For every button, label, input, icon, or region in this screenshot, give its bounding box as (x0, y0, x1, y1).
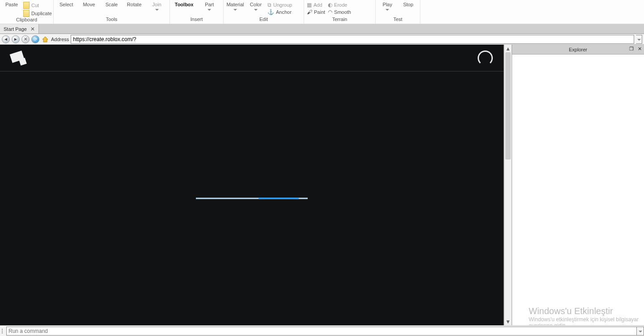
material-label: Material (226, 2, 244, 7)
toolbox-label: Toolbox (175, 2, 194, 7)
clipboard-group-label: Clipboard (3, 17, 51, 24)
ribbon: Paste Cut Duplicate Clipboard Select Mov… (0, 0, 644, 24)
test-group-label: Test (378, 17, 417, 24)
chevron-down-icon (639, 331, 642, 332)
nav-home-button[interactable] (41, 35, 49, 43)
page-body (0, 71, 504, 325)
stop-label: Stop (403, 2, 413, 7)
toolbox-button[interactable]: Toolbox (175, 2, 194, 7)
chevron-down-icon (254, 9, 258, 11)
paint-icon: 🖌 (307, 9, 312, 15)
stop-button[interactable]: Stop (399, 2, 417, 7)
terrain-group-label: Terrain (307, 17, 373, 24)
panel-close-icon[interactable]: ✕ (637, 46, 642, 51)
ribbon-group-terrain: ▦ Add 🖌 Paint ◐ Erode ◠ Smooth Terra (304, 0, 376, 24)
ribbon-group-test: Play Stop Test (376, 0, 420, 24)
paste-button[interactable]: Paste (3, 2, 21, 7)
terrain-paint-label: Paint (314, 9, 325, 15)
anchor-label: Anchor (276, 9, 292, 15)
ungroup-button[interactable]: ⧉ Ungroup (267, 2, 292, 8)
ungroup-icon: ⧉ (267, 2, 271, 8)
close-tab-icon[interactable]: ✕ (30, 26, 35, 32)
play-label: Play (383, 2, 392, 7)
scale-button[interactable]: Scale (102, 2, 120, 7)
duplicate-label: Duplicate (31, 11, 52, 16)
explorer-panel: Explorer ❐ ✕ (512, 45, 644, 325)
ribbon-group-tools: Select Move Scale Rotate Join Tools (54, 0, 170, 24)
cut-label: Cut (31, 3, 39, 8)
add-terrain-icon: ▦ (307, 2, 312, 8)
anchor-button[interactable]: ⚓ Anchor (267, 9, 292, 15)
loading-spinner-icon (478, 50, 493, 66)
part-label: Part (205, 2, 214, 7)
explorer-body (512, 55, 644, 325)
roblox-logo-icon (11, 50, 28, 67)
terrain-erode-button[interactable]: ◐ Erode (328, 2, 351, 8)
scroll-up-icon[interactable]: ▲ (504, 45, 512, 52)
nav-back-button[interactable]: ◄ (2, 35, 10, 43)
chevron-down-icon (155, 9, 159, 11)
edit-group-label: Edit (226, 17, 301, 24)
command-bar-grip-icon[interactable] (2, 327, 4, 335)
duplicate-icon (23, 10, 30, 17)
cut-icon (23, 2, 30, 9)
nav-stop-button[interactable]: ✕ (21, 35, 30, 43)
chevron-down-icon (386, 9, 389, 11)
chevron-down-icon (233, 9, 237, 11)
rotate-label: Rotate (127, 2, 141, 7)
address-label: Address (51, 37, 69, 42)
browser-toolbar: ◄ ► ✕ ⟳ Address (0, 34, 644, 45)
terrain-add-label: Add (314, 2, 322, 8)
viewport (0, 45, 504, 325)
terrain-smooth-button[interactable]: ◠ Smooth (328, 9, 351, 15)
rotate-button[interactable]: Rotate (125, 2, 143, 7)
scroll-track[interactable] (504, 160, 512, 318)
home-icon (42, 36, 49, 43)
command-history-dropdown[interactable] (637, 327, 644, 336)
document-tabbar: Start Page ✕ (0, 24, 644, 34)
join-button[interactable]: Join (148, 2, 166, 11)
color-label: Color (250, 2, 262, 7)
command-input[interactable] (6, 327, 637, 336)
paste-label: Paste (5, 2, 18, 7)
cut-button[interactable]: Cut (23, 2, 52, 9)
main-area: ▲ ▼ Explorer ❐ ✕ (0, 45, 644, 325)
terrain-add-button[interactable]: ▦ Add (307, 2, 325, 8)
select-button[interactable]: Select (57, 2, 75, 7)
nav-forward-button[interactable]: ► (12, 35, 20, 43)
material-button[interactable]: Material (226, 2, 244, 11)
smooth-icon: ◠ (328, 9, 332, 15)
panel-undock-icon[interactable]: ❐ (629, 46, 634, 51)
chevron-down-icon (208, 9, 211, 11)
ribbon-group-clipboard: Paste Cut Duplicate Clipboard (0, 0, 54, 24)
ungroup-label: Ungroup (273, 2, 292, 8)
scroll-down-icon[interactable]: ▼ (504, 318, 512, 325)
anchor-icon: ⚓ (267, 9, 274, 15)
erode-icon: ◐ (328, 2, 332, 8)
scroll-thumb[interactable] (505, 52, 511, 160)
move-button[interactable]: Move (80, 2, 98, 7)
tools-group-label: Tools (56, 17, 167, 24)
insert-group-label: Insert (173, 17, 220, 24)
ribbon-group-edit: Material Color ⧉ Ungroup ⚓ Anchor Edit (224, 0, 304, 24)
loading-progress-bar (258, 198, 299, 199)
tab-label: Start Page (4, 26, 27, 32)
move-label: Move (83, 2, 95, 7)
explorer-titlebar: Explorer ❐ ✕ (512, 45, 644, 55)
chevron-down-icon (637, 39, 641, 41)
select-label: Select (59, 2, 73, 7)
play-button[interactable]: Play (378, 2, 396, 11)
color-button[interactable]: Color (247, 2, 265, 11)
address-input[interactable] (71, 35, 634, 44)
vertical-scrollbar[interactable]: ▲ ▼ (504, 45, 512, 325)
command-bar (0, 325, 644, 336)
explorer-title-label: Explorer (569, 47, 587, 52)
terrain-paint-button[interactable]: 🖌 Paint (307, 9, 325, 15)
part-button[interactable]: Part (200, 2, 218, 11)
scale-label: Scale (106, 2, 118, 7)
duplicate-button[interactable]: Duplicate (23, 10, 52, 17)
address-dropdown[interactable] (636, 35, 642, 44)
nav-refresh-button[interactable]: ⟳ (31, 35, 39, 43)
page-header (0, 45, 504, 71)
tab-start-page[interactable]: Start Page ✕ (0, 24, 39, 34)
